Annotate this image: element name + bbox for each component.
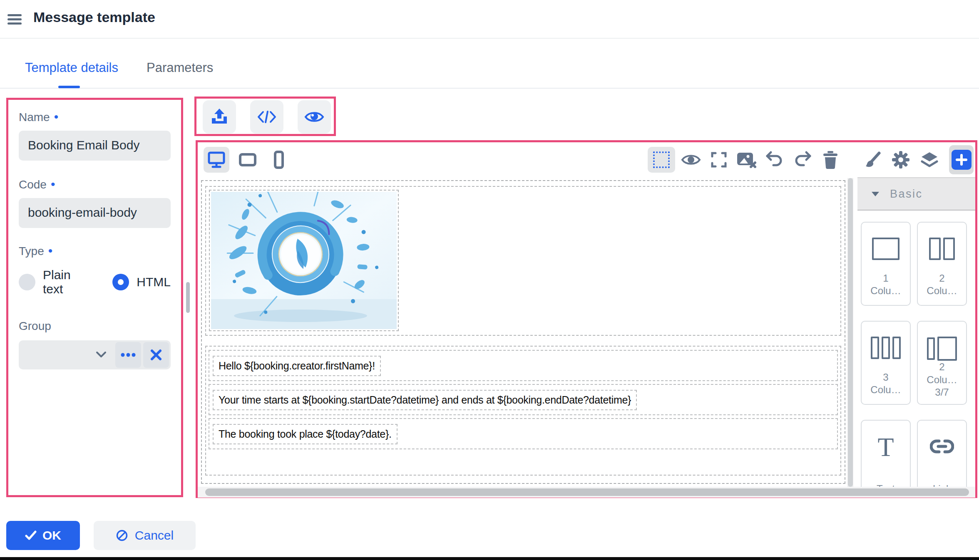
layers-tab[interactable] [920,147,939,172]
block-link[interactable]: Link [917,420,967,487]
text-row[interactable]: The booking took place ${today?date}. [209,418,838,449]
group-browse-button[interactable] [115,342,141,368]
required-dot-icon: • [51,178,55,191]
blocks-grid: 1Colu… 2Colu… 3Colu… 2Colu…3/7 [857,211,975,487]
template-details-panel: Name • Booking Email Body Code • booking… [6,98,183,497]
code-icon [257,109,277,125]
name-input[interactable]: Booking Email Body [19,131,171,161]
eye-icon [681,153,701,167]
sidebar-tabs [857,142,975,178]
group-clear-button[interactable] [143,342,169,368]
cancel-icon [116,529,128,542]
fullscreen-icon [710,151,728,168]
remove-image-icon [736,150,758,169]
active-tab-underline [58,86,80,88]
device-switcher [204,147,292,173]
blocks-tab[interactable] [952,150,972,170]
hamburger-menu-button[interactable] [7,10,26,28]
group-select[interactable] [19,340,113,369]
basic-section-title: Basic [890,188,923,201]
device-desktop-button[interactable] [204,147,229,173]
radio-plain-text[interactable] [19,274,35,290]
email-canvas[interactable]: Hello ${booking.creator.firstName}! Your… [198,178,847,487]
clear-canvas-button[interactable] [735,147,759,173]
toggle-borders-button[interactable] [648,147,675,173]
editor-panel: Hello ${booking.creator.firstName}! Your… [196,140,977,498]
app-header: Message template [0,0,979,39]
delete-button[interactable] [818,147,842,173]
trash-icon [822,151,839,169]
settings-tab[interactable] [892,147,910,172]
two-columns-icon [929,238,955,260]
type-radio-group: Plain text HTML [19,268,171,296]
canvas-vertical-scrollbar[interactable] [847,178,853,487]
three-columns-icon [871,337,901,359]
style-manager-tab[interactable] [863,147,882,172]
ok-button[interactable]: OK [6,521,80,550]
tab-parameters[interactable]: Parameters [147,60,213,75]
preview-mode-button[interactable] [679,147,703,173]
desktop-icon [207,151,226,169]
tablet-icon [238,151,257,168]
two-columns-3-7-icon [927,337,957,361]
text-row[interactable]: Hello ${booking.creator.firstName}! [209,350,838,381]
email-text-times[interactable]: Your time starts at ${booking.startDate?… [213,390,637,410]
window-bottom-edge [0,557,979,560]
undo-button[interactable] [763,147,787,173]
code-label: Code • [19,178,171,191]
canvas-tools [648,147,842,173]
abstract-blue-swirl-image [211,192,397,329]
block-2-columns[interactable]: 2Colu… [917,222,967,306]
clear-x-icon [150,349,162,361]
canvas-toolbar [198,142,847,178]
redo-button[interactable] [790,147,815,173]
block-2-columns-3-7[interactable]: 2Colu…3/7 [917,321,967,405]
panel-vertical-scrollbar[interactable] [186,282,190,313]
radio-html-label[interactable]: HTML [137,275,171,289]
type-label: Type • [19,245,171,258]
block-text[interactable]: T Text [861,420,911,487]
tab-template-details[interactable]: Template details [25,60,118,75]
email-body-frame[interactable]: Hello ${booking.creator.firstName}! Your… [201,180,845,484]
layers-icon [920,151,939,168]
upload-button[interactable] [203,100,236,134]
preview-eye-icon [304,110,324,124]
group-label: Group [19,320,171,333]
undo-icon [765,151,784,169]
device-tablet-button[interactable] [235,147,261,173]
fullscreen-button[interactable] [707,147,731,173]
required-dot-icon: • [54,111,59,123]
gear-icon [892,151,910,169]
basic-section-header[interactable]: Basic [857,178,975,211]
device-mobile-button[interactable] [266,147,292,173]
text-block-icon: T [877,434,894,461]
name-label: Name • [19,111,171,124]
radio-plain-text-label[interactable]: Plain text [43,268,94,296]
radio-html[interactable] [112,274,129,290]
redo-icon [793,151,812,169]
preview-button[interactable] [298,100,331,134]
blocks-tab-active-background [949,145,974,174]
text-section[interactable]: Hello ${booking.creator.firstName}! Your… [205,346,841,476]
brush-icon [863,151,882,169]
plus-icon [956,154,967,166]
template-actions-toolbar [194,97,336,136]
cancel-button[interactable]: Cancel [94,521,196,550]
hamburger-icon [7,14,22,16]
caret-down-icon [872,192,879,196]
block-1-column[interactable]: 1Colu… [861,222,911,306]
text-row[interactable]: Your time starts at ${booking.startDate?… [209,384,838,415]
block-3-columns[interactable]: 3Colu… [861,321,911,405]
page-title: Message template [33,9,155,25]
email-header-image[interactable] [209,190,399,331]
editor-horizontal-scrollbar[interactable] [198,487,975,498]
link-chain-icon [930,439,954,454]
ellipsis-icon [120,353,136,357]
email-text-date[interactable]: The booking took place ${today?date}. [213,424,398,444]
tab-bar: Template details Parameters [0,40,979,89]
image-row[interactable] [205,186,841,336]
edit-code-button[interactable] [250,100,283,134]
check-icon [25,530,37,540]
email-text-greeting[interactable]: Hello ${booking.creator.firstName}! [213,356,381,376]
code-input[interactable]: booking-email-body [19,198,171,228]
